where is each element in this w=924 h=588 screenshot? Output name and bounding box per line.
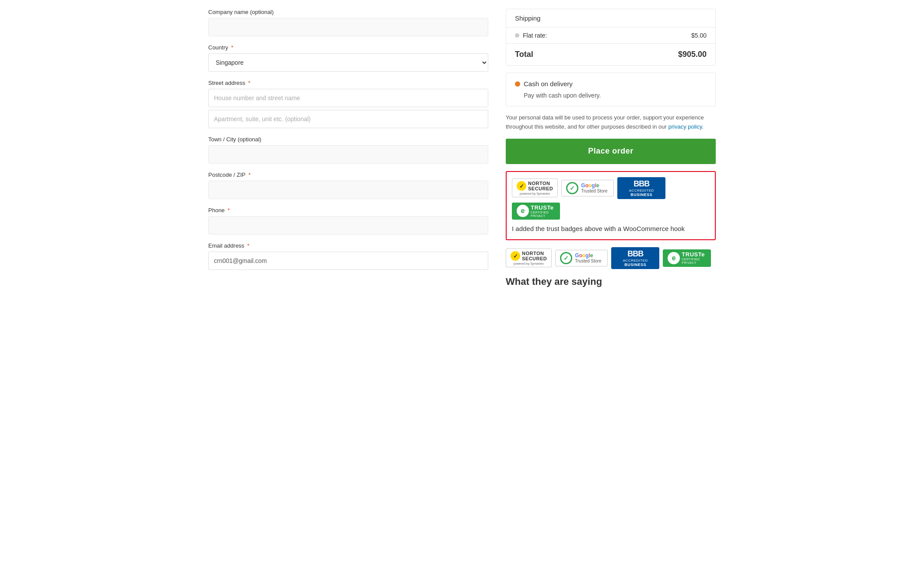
postcode-required-marker: *	[248, 172, 251, 178]
trust-badges-row-1: ✓ NORTONSECURED powered by Symantec ✓ G	[512, 177, 710, 220]
privacy-policy-link[interactable]: privacy policy	[668, 123, 702, 130]
norton-check-icon: ✓	[517, 181, 526, 191]
company-label: Company name (optional)	[208, 9, 488, 15]
google-trusted-text-2: Trusted Store	[575, 259, 601, 263]
flat-rate-row: Flat rate: $5.00	[506, 28, 715, 44]
company-field-group: Company name (optional)	[208, 9, 488, 36]
trust-badges-plain: ✓ NORTONSECURED powered by Symantec ✓ G	[506, 247, 716, 269]
total-label: Total	[515, 50, 533, 59]
truste-name-2: TRUSTe	[682, 252, 705, 258]
phone-field-group: Phone *	[208, 207, 488, 234]
norton-top: ✓ NORTONSECURED	[517, 181, 553, 191]
shipping-label: Shipping	[515, 14, 540, 22]
company-input[interactable]	[208, 18, 488, 36]
google-trusted-text: Trusted Store	[581, 189, 607, 193]
payment-description: Pay with cash upon delivery.	[524, 92, 707, 99]
norton-badge-2: ✓ NORTONSECURED powered by Symantec	[506, 248, 552, 267]
truste-privacy-2: PRIVACY	[682, 261, 705, 265]
truste-text: TRUSTe CERTIFIED PRIVACY	[531, 205, 554, 218]
truste-name: TRUSTe	[531, 205, 554, 211]
bbb-accredited-text: ACCREDITED	[629, 189, 654, 192]
bbb-logo-text-2: BBB	[627, 249, 643, 259]
truste-e-icon-2: e	[668, 252, 680, 264]
phone-required-marker: *	[228, 207, 230, 214]
payment-title: Cash on delivery	[524, 80, 573, 88]
google-text: Google Trusted Store	[581, 183, 607, 193]
truste-privacy: PRIVACY	[531, 214, 554, 218]
google-check-icon: ✓	[566, 182, 578, 194]
country-label: Country *	[208, 44, 488, 51]
bbb-badge: BBB ACCREDITED BUSINESS	[617, 177, 665, 199]
email-required-marker: *	[247, 242, 249, 249]
section-title: What they are saying	[506, 276, 716, 287]
privacy-note: Your personal data will be used to proce…	[506, 113, 716, 132]
payment-dot	[515, 81, 520, 87]
flat-rate-value: $5.00	[691, 32, 707, 39]
flat-rate-dot	[515, 33, 519, 38]
bbb-accredited-text-2: ACCREDITED	[623, 259, 648, 262]
flat-rate-label: Flat rate:	[523, 32, 688, 39]
norton-powered: powered by Symantec	[520, 192, 550, 195]
shipping-heading-row: Shipping	[506, 9, 715, 28]
truste-certified-2: CERTIFIED	[682, 258, 705, 261]
street-input-2[interactable]	[208, 110, 488, 128]
street-label: Street address *	[208, 80, 488, 86]
total-row: Total $905.00	[506, 44, 715, 65]
city-input[interactable]	[208, 145, 488, 164]
truste-e-icon: e	[517, 205, 529, 217]
country-required-marker: *	[231, 44, 233, 51]
trust-badges-row-2: ✓ NORTONSECURED powered by Symantec ✓ G	[506, 247, 716, 269]
postcode-field-group: Postcode / ZIP *	[208, 172, 488, 199]
street-required-marker: *	[248, 80, 250, 86]
order-summary: Shipping Flat rate: $5.00 Total $905.00	[506, 9, 716, 66]
trust-hook-text: I added the trust badges above with a Wo…	[512, 224, 710, 234]
total-value: $905.00	[678, 50, 707, 59]
place-order-button[interactable]: Place order	[506, 139, 716, 164]
norton-check-icon-2: ✓	[511, 251, 520, 261]
norton-text: NORTONSECURED	[528, 181, 553, 191]
postcode-label: Postcode / ZIP *	[208, 172, 488, 178]
email-field-group: Email address *	[208, 242, 488, 270]
trust-badges-highlighted: ✓ NORTONSECURED powered by Symantec ✓ G	[506, 171, 716, 240]
norton-powered-2: powered by Symantec	[514, 262, 544, 265]
city-label: Town / City (optional)	[208, 136, 488, 143]
country-select[interactable]: Singapore United States Australia United…	[208, 53, 488, 72]
norton-badge: ✓ NORTONSECURED powered by Symantec	[512, 178, 558, 197]
payment-option-row: Cash on delivery	[515, 80, 707, 88]
payment-box: Cash on delivery Pay with cash upon deli…	[506, 73, 716, 106]
country-field-group: Country * Singapore United States Austra…	[208, 44, 488, 72]
truste-badge-2: e TRUSTe CERTIFIED PRIVACY	[663, 249, 711, 267]
city-field-group: Town / City (optional)	[208, 136, 488, 164]
truste-certified: CERTIFIED	[531, 211, 554, 214]
postcode-input[interactable]	[208, 181, 488, 199]
google-check-icon-2: ✓	[560, 252, 572, 264]
google-trusted-store-badge: ✓ Google Trusted Store	[561, 180, 614, 196]
email-input[interactable]	[208, 252, 488, 270]
google-trusted-store-badge-2: ✓ Google Trusted Store	[555, 250, 608, 266]
truste-badge: e TRUSTe CERTIFIED PRIVACY	[512, 203, 560, 220]
street-input-1[interactable]	[208, 89, 488, 107]
bbb-business-text-2: BUSINESS	[624, 262, 646, 267]
bbb-business-text: BUSINESS	[630, 192, 652, 197]
bbb-logo-text: BBB	[634, 179, 649, 189]
phone-label: Phone *	[208, 207, 488, 214]
bbb-badge-2: BBB ACCREDITED BUSINESS	[611, 247, 659, 269]
phone-input[interactable]	[208, 216, 488, 234]
street-field-group: Street address *	[208, 80, 488, 128]
email-label: Email address *	[208, 242, 488, 249]
